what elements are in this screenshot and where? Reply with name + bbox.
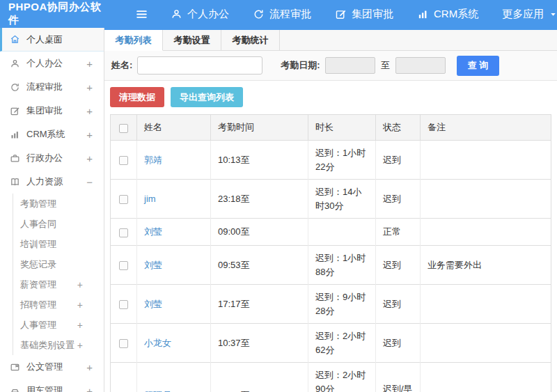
sidebar-item-crm-system[interactable]: CRM系统 + xyxy=(0,123,104,146)
expand-indicator[interactable]: + xyxy=(86,81,93,93)
tab-attendance-settings[interactable]: 考勤设置 xyxy=(163,30,221,50)
date-to-input[interactable] xyxy=(395,57,446,74)
expand-indicator[interactable]: + xyxy=(86,152,93,164)
table-row: 管理员 10:54至10:54 迟到：2小时90分早退：7小时10分 迟到/早退… xyxy=(111,363,551,392)
submenu-item-recruit-mgmt[interactable]: 招聘管理 + xyxy=(13,295,104,315)
submenu-item-reward-punishment[interactable]: 奖惩记录 xyxy=(13,254,104,274)
expand-indicator[interactable]: + xyxy=(77,340,83,351)
to-label: 至 xyxy=(381,59,390,72)
note-cell: 业务需要外出 xyxy=(421,246,551,285)
tab-attendance-stats[interactable]: 考勤统计 xyxy=(221,30,280,50)
status-badge: 迟到 xyxy=(376,285,421,324)
sidebar-item-vehicle-mgmt[interactable]: 用车管理 + xyxy=(0,379,104,392)
row-checkbox[interactable] xyxy=(119,339,128,348)
employee-name-link[interactable]: 小龙女 xyxy=(144,338,171,348)
sidebar-item-personal-office[interactable]: 个人办公 + xyxy=(0,52,104,75)
submenu-item-hr-contract[interactable]: 人事合同 xyxy=(13,214,104,234)
expand-indicator[interactable]: + xyxy=(86,129,93,141)
topnav-more-apps[interactable]: 更多应用 xyxy=(502,8,557,21)
person-icon xyxy=(171,8,182,20)
row-checkbox[interactable] xyxy=(119,300,128,309)
main-content: 考勤列表 考勤设置 考勤统计 姓名: 考勤日期: 至 查 询 清理数据 导出查询… xyxy=(104,28,557,392)
sidebar-item-label: 公文管理 xyxy=(26,361,63,373)
sidebar-item-label: 个人桌面 xyxy=(26,33,63,46)
sidebar-item-group-approval[interactable]: 集团审批 + xyxy=(0,99,104,123)
chart-icon xyxy=(417,8,429,20)
edit-icon xyxy=(10,106,20,116)
topnav-crm-system[interactable]: CRM系统 xyxy=(417,8,478,21)
topnav-group-approval[interactable]: 集团审批 xyxy=(335,8,393,21)
expand-indicator[interactable]: + xyxy=(86,58,93,70)
duration-cell: 迟到：9小时28分 xyxy=(308,285,376,324)
attendance-time: 09:53至 xyxy=(211,246,308,285)
hamburger-icon[interactable] xyxy=(135,8,148,21)
collapse-indicator[interactable]: − xyxy=(86,176,93,188)
hr-submenu: 考勤管理 人事合同 培训管理 奖惩记录 薪资管理 + 招聘管理 + xyxy=(13,194,104,355)
expand-indicator[interactable]: + xyxy=(86,105,93,117)
topnav-label: 流程审批 xyxy=(269,8,311,21)
note-cell xyxy=(421,324,551,363)
export-list-button[interactable]: 导出查询列表 xyxy=(171,87,243,107)
duration-cell: 迟到：1小时88分 xyxy=(308,246,376,285)
submenu-item-training-mgmt[interactable]: 培训管理 xyxy=(13,234,104,254)
employee-name-link[interactable]: 刘莹 xyxy=(144,299,162,309)
row-checkbox[interactable] xyxy=(119,156,128,165)
sidebar: 个人桌面 个人办公 + 流程审批 + 集团审批 + xyxy=(0,28,104,392)
submenu-item-label: 考勤管理 xyxy=(20,198,56,210)
expand-indicator[interactable]: + xyxy=(77,299,83,311)
edit-icon xyxy=(335,8,347,20)
sidebar-item-workflow-approval[interactable]: 流程审批 + xyxy=(0,75,104,99)
expand-indicator[interactable]: + xyxy=(86,385,93,392)
topbar: PHPOA协同办公软件 个人办公 流程审批 集团审批 CRM系统 xyxy=(0,0,557,28)
column-header-duration: 时长 xyxy=(308,115,376,141)
date-from-input[interactable] xyxy=(325,57,375,74)
table-row: 刘莹 17:17至 迟到：9小时28分 迟到 xyxy=(111,285,551,324)
search-button[interactable]: 查 询 xyxy=(457,56,500,76)
submenu-item-label: 人事管理 xyxy=(20,319,56,331)
employee-name-link[interactable]: 刘莹 xyxy=(144,260,162,270)
sidebar-item-personal-desktop[interactable]: 个人桌面 xyxy=(0,28,104,52)
person-icon xyxy=(10,58,20,69)
home-icon xyxy=(10,34,20,45)
sidebar-item-human-resources[interactable]: 人力资源 − xyxy=(0,170,104,194)
submenu-item-attendance-mgmt[interactable]: 考勤管理 xyxy=(13,194,104,214)
submenu-item-label: 人事合同 xyxy=(20,218,56,230)
submenu-item-base-category-settings[interactable]: 基础类别设置 + xyxy=(13,335,104,355)
app-logo: PHPOA协同办公软件 xyxy=(0,1,104,27)
employee-name-link[interactable]: jim xyxy=(144,194,156,204)
attendance-time: 09:00至 xyxy=(211,219,308,246)
duration-cell: 迟到：2小时90分早退：7小时10分 xyxy=(308,363,376,392)
expand-indicator[interactable]: + xyxy=(77,279,83,290)
sidebar-item-label: 人力资源 xyxy=(26,175,63,188)
note-cell xyxy=(421,285,551,324)
name-label: 姓名: xyxy=(111,59,132,72)
topnav-label: 个人办公 xyxy=(187,8,229,21)
duration-cell xyxy=(308,219,376,246)
topnav-label: CRM系统 xyxy=(434,8,478,21)
clean-data-button[interactable]: 清理数据 xyxy=(110,87,164,107)
employee-name-link[interactable]: 刘莹 xyxy=(144,226,162,237)
employee-name-link[interactable]: 郭靖 xyxy=(144,155,162,165)
search-bar: 姓名: 考勤日期: 至 查 询 xyxy=(104,51,557,81)
date-label: 考勤日期: xyxy=(281,59,320,72)
table-row: 郭靖 10:13至 迟到：1小时22分 迟到 xyxy=(111,141,551,180)
tab-attendance-list[interactable]: 考勤列表 xyxy=(104,30,163,51)
status-badge: 迟到 xyxy=(376,324,421,363)
duration-cell: 迟到：1小时22分 xyxy=(308,141,376,180)
row-checkbox[interactable] xyxy=(119,261,128,270)
sidebar-item-label: 个人办公 xyxy=(26,57,63,70)
submenu-item-personnel-mgmt[interactable]: 人事管理 + xyxy=(13,315,104,335)
column-header-note: 备注 xyxy=(421,115,551,141)
sidebar-item-admin-office[interactable]: 行政办公 + xyxy=(0,146,104,170)
name-input[interactable] xyxy=(137,56,262,75)
topnav-workflow-approval[interactable]: 流程审批 xyxy=(253,8,311,21)
expand-indicator[interactable]: + xyxy=(86,361,93,373)
row-checkbox[interactable] xyxy=(119,228,128,237)
submenu-item-label: 薪资管理 xyxy=(20,279,56,291)
expand-indicator[interactable]: + xyxy=(77,320,83,331)
submenu-item-salary-mgmt[interactable]: 薪资管理 + xyxy=(13,274,104,295)
topnav-personal-office[interactable]: 个人办公 xyxy=(171,8,229,21)
row-checkbox[interactable] xyxy=(119,195,128,204)
select-all-checkbox[interactable] xyxy=(119,124,128,133)
sidebar-item-document-mgmt[interactable]: 公文管理 + xyxy=(0,355,104,379)
